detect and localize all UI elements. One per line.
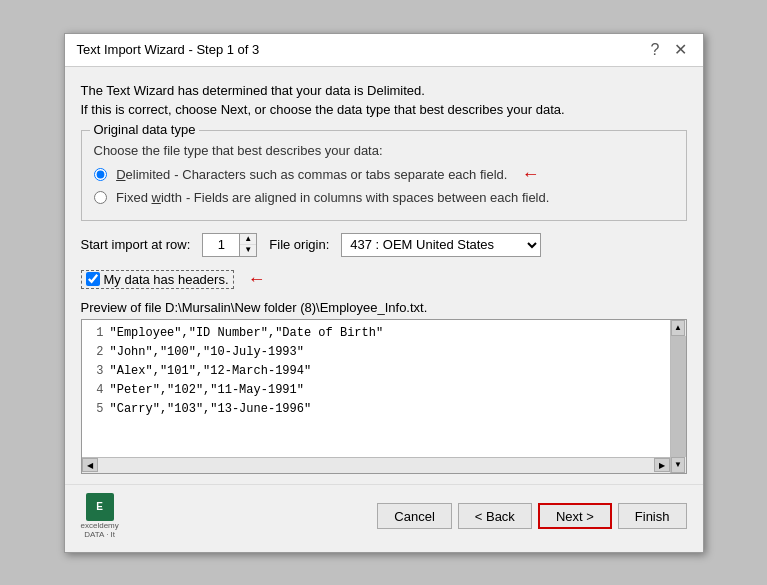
scroll-left-button[interactable]: ◀: [82, 458, 98, 472]
v-scrollbar[interactable]: ▲ ▼: [670, 320, 686, 473]
line-content: "Peter","102","11-May-1991": [110, 381, 304, 400]
spin-buttons: ▲ ▼: [239, 234, 256, 256]
label-delimited[interactable]: Delimited - Characters such as commas or…: [113, 167, 508, 182]
delimited-desc: - Characters such as commas or tabs sepa…: [174, 167, 507, 182]
title-bar: Text Import Wizard - Step 1 of 3 ? ✕: [65, 34, 703, 67]
dialog-footer: E exceldemyDATA · It Cancel < Back Next …: [65, 484, 703, 552]
preview-lines[interactable]: 1"Employee","ID Number","Date of Birth"2…: [82, 320, 670, 457]
scroll-up-button[interactable]: ▲: [671, 320, 685, 336]
scroll-right-button[interactable]: ▶: [654, 458, 670, 472]
delimited-arrow: ←: [521, 164, 539, 185]
choose-label: Choose the file type that best describes…: [94, 143, 674, 158]
preview-box: 1"Employee","ID Number","Date of Birth"2…: [81, 319, 687, 474]
h-scrollbar[interactable]: ◀ ▶: [82, 457, 670, 473]
preview-content: 1"Employee","ID Number","Date of Birth"2…: [82, 320, 670, 473]
file-origin-select[interactable]: 437 : OEM United States 65001 : Unicode …: [341, 233, 541, 257]
preview-file-path: D:\Mursalin\New folder (8)\Employee_Info…: [165, 300, 427, 315]
preview-line: 1"Employee","ID Number","Date of Birth": [88, 324, 664, 343]
line-number: 1: [88, 324, 104, 343]
start-row-spinner[interactable]: ▲ ▼: [202, 233, 257, 257]
radio-row-delimited: Delimited - Characters such as commas or…: [94, 164, 674, 185]
preview-line: 4"Peter","102","11-May-1991": [88, 381, 664, 400]
start-row-input[interactable]: [203, 234, 239, 256]
h-scrollbar-track: [98, 458, 654, 472]
file-origin-label: File origin:: [269, 237, 329, 252]
label-fixed-width[interactable]: Fixed width - Fields are aligned in colu…: [113, 190, 550, 205]
radio-delimited[interactable]: [94, 168, 107, 181]
back-button[interactable]: < Back: [458, 503, 532, 529]
scroll-down-button[interactable]: ▼: [671, 457, 685, 473]
original-data-type-group: Original data type Choose the file type …: [81, 130, 687, 221]
radio-row-fixed: Fixed width - Fields are aligned in colu…: [94, 190, 674, 205]
radio-fixed-width[interactable]: [94, 191, 107, 204]
group-content: Choose the file type that best describes…: [94, 143, 674, 205]
title-bar-controls: ? ✕: [647, 42, 691, 58]
preview-line: 5"Carry","103","13-June-1996": [88, 400, 664, 419]
line-number: 2: [88, 343, 104, 362]
headers-checkbox-wrapper: My data has headers.: [81, 270, 234, 289]
line-content: "Carry","103","13-June-1996": [110, 400, 312, 419]
text-import-dialog: Text Import Wizard - Step 1 of 3 ? ✕ The…: [64, 33, 704, 553]
intro-line1: The Text Wizard has determined that your…: [81, 81, 687, 101]
preview-title: Preview of file D:\Mursalin\New folder (…: [81, 300, 687, 315]
v-scrollbar-thumb: [671, 336, 686, 457]
help-button[interactable]: ?: [647, 42, 664, 58]
headers-checkbox[interactable]: [86, 272, 100, 286]
line-content: "Alex","101","12-March-1994": [110, 362, 312, 381]
finish-button[interactable]: Finish: [618, 503, 687, 529]
line-number: 5: [88, 400, 104, 419]
headers-row: My data has headers. ←: [81, 269, 687, 290]
spin-down-button[interactable]: ▼: [240, 245, 256, 256]
cancel-button[interactable]: Cancel: [377, 503, 451, 529]
footer-logo: E exceldemyDATA · It: [81, 493, 119, 540]
delimited-label: Delimited: [113, 167, 171, 182]
preview-section: Preview of file D:\Mursalin\New folder (…: [81, 300, 687, 474]
headers-label[interactable]: My data has headers.: [104, 272, 229, 287]
line-number: 3: [88, 362, 104, 381]
close-button[interactable]: ✕: [670, 42, 691, 58]
headers-arrow: ←: [248, 269, 266, 290]
next-button[interactable]: Next >: [538, 503, 612, 529]
start-row-label: Start import at row:: [81, 237, 191, 252]
dialog-title: Text Import Wizard - Step 1 of 3: [77, 42, 260, 57]
intro-text: The Text Wizard has determined that your…: [81, 81, 687, 120]
group-legend: Original data type: [90, 122, 200, 137]
row-settings: Start import at row: ▲ ▼ File origin: 43…: [81, 233, 687, 257]
intro-line2: If this is correct, choose Next, or choo…: [81, 100, 687, 120]
preview-line: 3"Alex","101","12-March-1994": [88, 362, 664, 381]
fixed-width-desc: - Fields are aligned in columns with spa…: [186, 190, 549, 205]
line-content: "Employee","ID Number","Date of Birth": [110, 324, 384, 343]
line-content: "John","100","10-July-1993": [110, 343, 304, 362]
preview-title-prefix: Preview of file: [81, 300, 162, 315]
fixed-width-label: Fixed width: [113, 190, 182, 205]
spin-up-button[interactable]: ▲: [240, 234, 256, 245]
preview-line: 2"John","100","10-July-1993": [88, 343, 664, 362]
dialog-body: The Text Wizard has determined that your…: [65, 67, 703, 484]
line-number: 4: [88, 381, 104, 400]
logo-text: exceldemyDATA · It: [81, 522, 119, 540]
logo-icon: E: [86, 493, 114, 521]
